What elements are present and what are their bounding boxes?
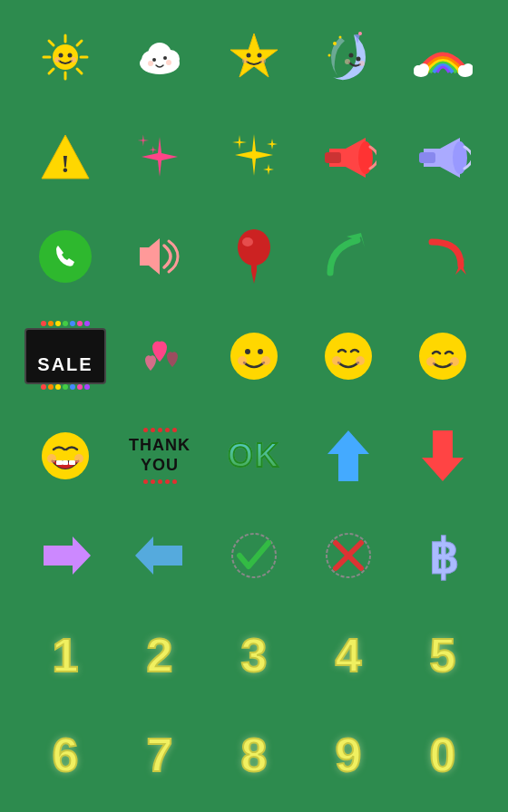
svg-marker-59 [251, 271, 257, 284]
svg-point-24 [242, 58, 248, 63]
sparkles-pink-emoji [114, 109, 205, 205]
svg-line-5 [49, 41, 54, 45]
svg-point-73 [426, 357, 435, 366]
sale-dots-row2 [41, 384, 90, 390]
warning-emoji: ! [20, 109, 111, 205]
number-3: 3 [209, 607, 299, 703]
svg-point-68 [261, 356, 270, 365]
ok-emoji: OK [209, 408, 299, 504]
svg-rect-51 [325, 152, 341, 163]
svg-point-20 [166, 60, 171, 65]
svg-point-71 [356, 356, 365, 365]
svg-marker-49 [267, 139, 278, 150]
svg-point-9 [59, 53, 64, 58]
svg-point-33 [345, 59, 350, 64]
cloud-emoji [114, 9, 205, 105]
num4-text: 4 [336, 632, 362, 679]
number-2: 2 [114, 607, 205, 703]
thank-you-dots-bottom [143, 479, 177, 484]
svg-point-80 [74, 454, 83, 463]
laughing-emoji [20, 408, 111, 504]
svg-point-32 [357, 57, 361, 62]
svg-point-60 [242, 237, 253, 246]
num8-text: 8 [241, 731, 268, 778]
ok-text: OK [228, 440, 280, 472]
svg-point-70 [332, 356, 341, 365]
svg-point-0 [53, 44, 78, 70]
svg-marker-84 [135, 536, 182, 575]
num1-text: 1 [53, 632, 79, 679]
sale-dots-row1 [41, 321, 90, 326]
svg-rect-76 [56, 460, 63, 465]
number-6: 6 [20, 707, 111, 803]
svg-marker-44 [138, 135, 150, 147]
sale-text: SALE [37, 354, 93, 374]
thank-you-dots-top [143, 428, 177, 432]
svg-point-66 [258, 349, 263, 354]
number-7: 7 [114, 707, 205, 803]
svg-marker-21 [230, 34, 278, 77]
svg-point-74 [450, 357, 459, 366]
svg-text:฿: ฿ [427, 531, 457, 584]
svg-point-10 [68, 53, 73, 58]
svg-marker-47 [232, 135, 247, 150]
arrow-up-right-emoji [303, 208, 394, 304]
baht-emoji: ฿ [397, 508, 488, 604]
smiley1-emoji [209, 308, 299, 404]
svg-point-28 [333, 42, 337, 45]
number-5: 5 [397, 607, 488, 703]
checkmark-emoji [209, 508, 299, 604]
num2-text: 2 [147, 632, 173, 679]
thank-you-text: THANK YOU [114, 436, 205, 475]
hearts-emoji [114, 308, 205, 404]
svg-marker-63 [455, 262, 466, 275]
megaphone-blue-emoji [397, 109, 488, 205]
sun-emoji [20, 9, 111, 105]
star-emoji [209, 9, 299, 105]
megaphone-red-emoji [303, 109, 394, 205]
svg-point-31 [349, 53, 354, 58]
svg-marker-81 [327, 430, 369, 481]
number-1: 1 [20, 607, 111, 703]
svg-point-37 [418, 63, 429, 74]
arrow-down-emoji [397, 408, 488, 504]
svg-point-29 [328, 54, 331, 57]
svg-marker-45 [150, 146, 157, 153]
number-9: 9 [303, 707, 394, 803]
thank-you-emoji: THANK YOU [114, 408, 205, 504]
svg-point-79 [47, 454, 56, 463]
rainbow-emoji [397, 9, 488, 105]
sale-emoji: SALE [20, 308, 111, 404]
svg-point-57 [238, 229, 270, 266]
num3-text: 3 [241, 632, 268, 679]
svg-point-12 [71, 57, 76, 63]
num6-text: 6 [53, 731, 79, 778]
svg-marker-48 [263, 164, 274, 175]
svg-line-6 [77, 69, 82, 73]
svg-point-17 [152, 58, 156, 62]
number-8: 8 [209, 707, 299, 803]
svg-text:!: ! [61, 150, 69, 178]
svg-rect-77 [63, 460, 68, 465]
arrow-curved-red-emoji [397, 208, 488, 304]
sound-emoji [114, 208, 205, 304]
arrow-right-purple-emoji [20, 508, 111, 604]
smiley2-emoji [303, 308, 394, 404]
arrow-left-blue-emoji [114, 508, 205, 604]
arrow-up-emoji [303, 408, 394, 504]
svg-point-34 [359, 61, 365, 66]
svg-point-25 [260, 58, 266, 63]
number-4: 4 [303, 607, 394, 703]
svg-rect-78 [69, 460, 75, 465]
svg-point-19 [148, 61, 153, 66]
svg-point-64 [230, 333, 278, 380]
sparkles-gold-emoji [209, 109, 299, 205]
num9-text: 9 [336, 731, 362, 778]
phone-circle [39, 230, 92, 283]
svg-point-27 [358, 32, 362, 35]
number-0: 0 [397, 707, 488, 803]
svg-point-18 [163, 56, 167, 60]
svg-marker-82 [422, 430, 464, 481]
svg-point-72 [419, 333, 466, 380]
phone-emoji [20, 208, 111, 304]
